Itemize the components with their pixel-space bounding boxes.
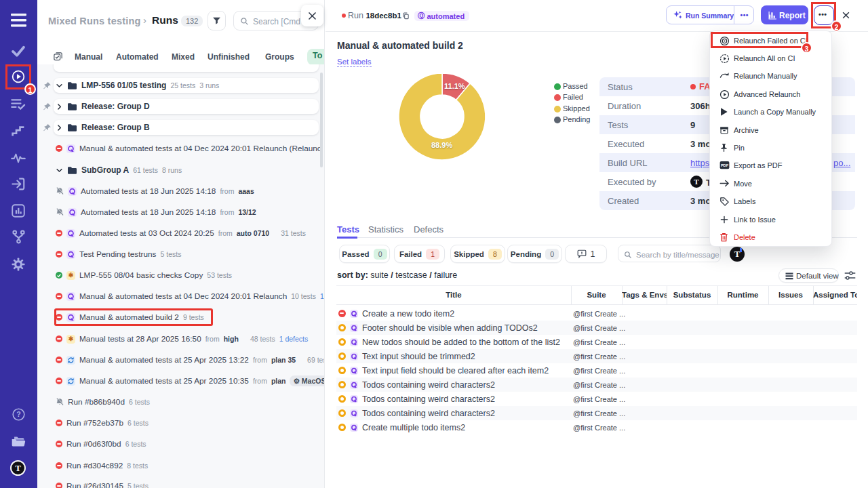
svg-text:11.1%: 11.1% [444,82,465,90]
svg-text:?: ? [16,410,21,418]
svg-text:PDF: PDF [721,163,729,167]
svg-text:88.9%: 88.9% [431,141,452,149]
